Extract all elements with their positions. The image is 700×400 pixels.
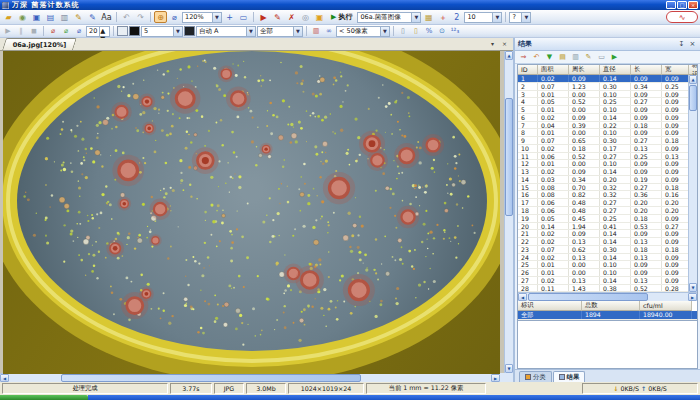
zoom-blue-icon[interactable]: ⌀ <box>73 26 85 37</box>
close-button[interactable]: × <box>688 1 698 9</box>
play-icon[interactable]: ▶ <box>2 26 14 37</box>
table-horizontal-scrollbar[interactable]: ◀ ▶ <box>518 292 697 301</box>
open-icon[interactable]: ▰ <box>2 11 15 23</box>
table-vscroll-thumb[interactable] <box>689 85 697 111</box>
table-row[interactable]: 100.020.180.170.130.091 <box>518 145 688 153</box>
column-header-6[interactable]: 标识 <box>689 65 698 75</box>
report-icon[interactable]: ▤ <box>557 52 568 63</box>
table-hscroll-thumb[interactable] <box>528 293 648 301</box>
tab-menu-icon[interactable]: ▾ <box>488 39 497 48</box>
start-button[interactable] <box>0 395 88 400</box>
summary-column-header-1[interactable]: 总数 <box>582 301 640 311</box>
zoom-in-icon[interactable]: + <box>223 11 236 23</box>
chevron-down-icon[interactable]: ▼ <box>173 27 182 36</box>
document-tab[interactable]: 06a.jpg[120%] <box>2 38 77 50</box>
save-all-icon[interactable]: ▤ <box>44 11 57 23</box>
image-horizontal-scrollbar[interactable]: ◀ ▶ <box>0 373 500 382</box>
copy-icon[interactable]: ▥ <box>570 52 581 63</box>
panel-close-icon[interactable]: × <box>688 40 697 49</box>
mode-select[interactable]: 自动 A▼ <box>196 26 256 37</box>
table-scroll-up-icon[interactable]: ▲ <box>689 75 697 84</box>
tab-close-icon[interactable]: × <box>500 39 509 48</box>
table-row[interactable]: 250.010.000.100.090.091 <box>518 261 688 269</box>
petri-dish-image[interactable] <box>3 51 500 374</box>
undo-icon[interactable]: ↶ <box>120 11 133 23</box>
column-header-5[interactable]: 宽 <box>662 65 689 75</box>
table-row[interactable]: 160.080.820.320.360.162 <box>518 191 688 199</box>
table-row[interactable]: 170.060.480.270.200.201 <box>518 199 688 207</box>
background-color-swatch[interactable] <box>117 26 128 36</box>
print-icon[interactable]: ▥ <box>58 11 71 23</box>
redo-icon[interactable]: ↷ <box>134 11 147 23</box>
new-doc-icon[interactable]: ▯ <box>397 26 409 37</box>
image-type-select[interactable]: 06a.菌落图像▼ <box>357 12 421 23</box>
export-icon[interactable]: ⇒ <box>518 52 529 63</box>
table-row[interactable]: 40.050.520.250.270.092 <box>518 98 688 106</box>
table-row[interactable]: 80.010.000.100.090.091 <box>518 129 688 137</box>
table-scroll-down-icon[interactable]: ▼ <box>689 283 697 292</box>
scroll-down-icon[interactable]: ▼ <box>505 364 513 373</box>
annotate-icon[interactable]: ✎ <box>86 11 99 23</box>
zoom-tool-icon[interactable]: ⌀ <box>168 11 181 23</box>
sensitivity-spinner[interactable]: 20▲▼ <box>86 26 110 37</box>
table-row[interactable]: 120.010.000.100.090.091 <box>518 160 688 168</box>
marker-edit-icon[interactable]: ✎ <box>271 11 284 23</box>
zoom-green-icon[interactable]: ⌀ <box>60 26 72 37</box>
table-row[interactable]: 280.111.430.380.520.281 <box>518 285 688 293</box>
overlap-circles-icon[interactable]: ⊙ <box>436 26 448 37</box>
help-select[interactable]: ?▼ <box>509 12 531 23</box>
table-row[interactable]: 130.020.090.140.090.091 <box>518 168 688 176</box>
pencil-icon[interactable]: ✎ <box>72 11 85 23</box>
table-row[interactable]: 180.060.480.270.200.201 <box>518 207 688 215</box>
zoom-red-icon[interactable]: ⌀ <box>47 26 59 37</box>
column-header-0[interactable]: ID <box>518 65 538 75</box>
minimize-button[interactable]: _ <box>666 1 676 9</box>
hand-tool-icon[interactable]: ⊕ <box>154 11 167 23</box>
table-scroll-left-icon[interactable]: ◀ <box>518 293 527 301</box>
table-row[interactable]: 30.010.000.100.090.091 <box>518 91 688 99</box>
marker-add-icon[interactable]: ▶ <box>257 11 270 23</box>
table-row[interactable]: 240.020.130.140.130.091 <box>518 254 688 262</box>
table-scroll-right-icon[interactable]: ▶ <box>688 293 697 301</box>
table-row[interactable]: 60.020.090.140.090.091 <box>518 114 688 122</box>
table-row[interactable]: 230.070.620.300.180.181 <box>518 246 688 254</box>
refresh-icon[interactable]: ↶ <box>531 52 542 63</box>
marker-delete-icon[interactable]: ✗ <box>285 11 298 23</box>
chevron-down-icon[interactable]: ▼ <box>246 27 255 36</box>
table-row[interactable]: 220.020.130.140.130.091 <box>518 238 688 246</box>
save-icon[interactable]: ▣ <box>30 11 43 23</box>
chevron-down-icon[interactable]: ▼ <box>521 13 530 22</box>
image-vertical-scrollbar[interactable]: ▲ ▼ <box>504 51 513 373</box>
chevron-down-icon[interactable]: ▼ <box>411 13 420 22</box>
table-row[interactable]: 90.070.650.300.270.181 <box>518 137 688 145</box>
table-vertical-scrollbar[interactable]: ▲ ▼ <box>688 75 697 292</box>
run-button[interactable]: ▶执行 <box>327 11 356 23</box>
doc-icon[interactable]: ▯ <box>410 26 422 37</box>
capture-icon[interactable]: ◼ <box>28 26 40 37</box>
column-header-4[interactable]: 长 <box>631 65 662 75</box>
table-row[interactable]: 70.040.390.220.180.092 <box>518 122 688 130</box>
chevron-down-icon[interactable]: ▼ <box>380 27 389 36</box>
summary-column-header-0[interactable]: 标识 <box>518 301 582 311</box>
column-header-2[interactable]: 周长 <box>569 65 600 75</box>
foreground-color-swatch[interactable] <box>129 26 140 36</box>
table-row[interactable]: 20.071.230.300.340.251 <box>518 83 688 91</box>
column-header-3[interactable]: 直径 <box>600 65 631 75</box>
panel-tab-分类[interactable]: 分类 <box>519 371 552 382</box>
chevron-down-icon[interactable]: ▼ <box>212 13 221 22</box>
line-width-select[interactable]: 5▼ <box>141 26 183 37</box>
calibrate-icon[interactable]: ▣ <box>313 11 326 23</box>
table-row[interactable]: 200.141.940.410.530.272 <box>518 223 688 231</box>
pin-icon[interactable]: ↧ <box>677 40 686 49</box>
title-bar[interactable]: 万深 菌落计数系统 _ □ × <box>0 0 700 10</box>
pen-size-select[interactable]: 10▼ <box>464 12 502 23</box>
maximize-button[interactable]: □ <box>677 1 687 9</box>
image-hscroll-thumb[interactable] <box>61 374 361 382</box>
summary-row[interactable]: 全部189418940.00 <box>518 311 698 320</box>
table-row[interactable]: 210.020.090.140.090.091 <box>518 230 688 238</box>
panel-tab-结果[interactable]: 结果 <box>553 371 586 382</box>
scroll-left-icon[interactable]: ◀ <box>0 374 9 382</box>
link-icon[interactable]: ∞ <box>323 26 335 37</box>
image-vscroll-thumb[interactable] <box>505 98 513 216</box>
table-row[interactable]: 190.050.450.250.180.092 <box>518 215 688 223</box>
